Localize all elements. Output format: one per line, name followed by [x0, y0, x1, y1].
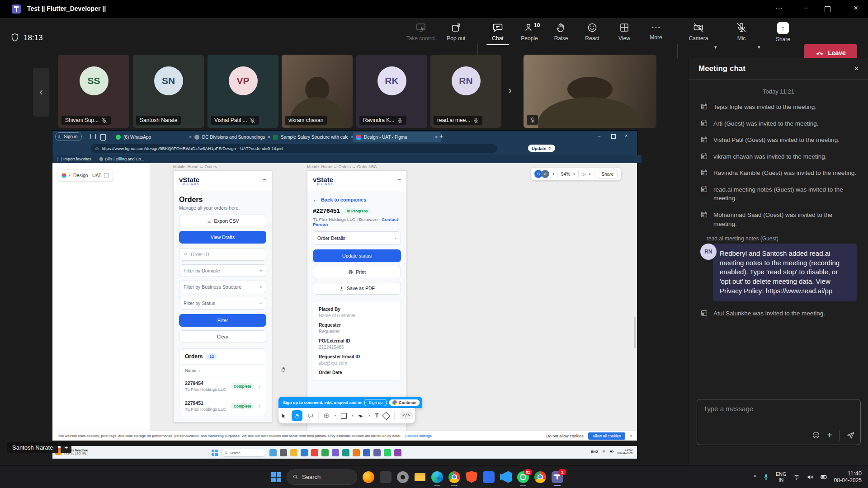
hamburger-menu-icon[interactable]: ≡: [263, 177, 266, 184]
update-status-button[interactable]: Update status: [313, 249, 401, 262]
print-button[interactable]: Print: [313, 266, 401, 278]
browser-tab[interactable]: (6) WhatsApp ×: [112, 132, 195, 142]
filter-button[interactable]: Filter: [179, 314, 266, 327]
cookie-close-icon[interactable]: ×: [630, 433, 632, 438]
chat-message[interactable]: RN Redberyl and Santosh added read.ai me…: [700, 244, 857, 301]
frame-tool-icon[interactable]: [324, 413, 329, 418]
figma-canvas[interactable]: ▾ Design - UAT S A ▾ 94% ▾ ▷ ▾ Share Mob…: [52, 163, 637, 431]
taskbar-app-icon[interactable]: [280, 449, 287, 456]
google-continue-button[interactable]: Continue: [389, 399, 420, 406]
titlebar-more-icon[interactable]: ⋯: [769, 4, 789, 12]
mic-button[interactable]: Mic: [722, 22, 760, 42]
minimize-button[interactable]: –: [796, 4, 816, 12]
teams-icon[interactable]: 1: [552, 471, 563, 483]
shared-start-button[interactable]: [212, 450, 218, 456]
start-button[interactable]: [271, 472, 281, 482]
text-tool-icon[interactable]: T: [375, 413, 378, 419]
design-frame-order-detail[interactable]: vState FILINGS ≡ ← Back to companies #22…: [307, 170, 407, 431]
deny-cookies-button[interactable]: Do not allow cookies: [546, 434, 584, 438]
tray-expand-caret[interactable]: ^: [754, 474, 756, 480]
taskbar-app-icon[interactable]: [311, 449, 318, 456]
chevron-down-icon[interactable]: ▾: [573, 172, 575, 176]
settings-gear-icon[interactable]: [397, 471, 409, 483]
taskbar-app-icon[interactable]: [342, 449, 349, 456]
frame-label[interactable]: Mobile: Home → Orders → Order ABC: [307, 164, 377, 169]
export-csv-button[interactable]: Export CSV: [179, 215, 266, 227]
attach-plus-icon[interactable]: +: [827, 431, 832, 439]
workspaces-icon[interactable]: [90, 134, 96, 139]
browser-minimize-icon[interactable]: –: [598, 133, 600, 138]
participant-tile[interactable]: SS Shivani Sup...: [58, 55, 129, 128]
clock[interactable]: 11:40 08-04-2025: [834, 470, 862, 484]
browser-restore-icon[interactable]: [611, 134, 616, 139]
favorites-bar-item[interactable]: Bills | Billing and Co...: [99, 157, 144, 161]
taskbar-app-icon[interactable]: [332, 449, 339, 456]
participant-tile[interactable]: SN Santosh Narate: [133, 55, 204, 128]
tab-actions-icon[interactable]: [100, 134, 106, 141]
mic-in-use-icon[interactable]: [763, 474, 769, 480]
present-play-icon[interactable]: ▷: [582, 171, 585, 177]
app-icon[interactable]: [380, 471, 392, 483]
browser-close-icon[interactable]: ×: [625, 133, 627, 138]
taskbar-app-icon[interactable]: [394, 449, 401, 456]
browser-tab-active[interactable]: Design - UAT - Figma ×: [353, 132, 441, 142]
back-to-companies-link[interactable]: ← Back to companies: [313, 197, 401, 203]
filter-domicile-select[interactable]: Filter by Domicile▾: [179, 264, 266, 277]
canvas-scrollbar[interactable]: [634, 317, 636, 348]
taskbar-app-icon[interactable]: [290, 449, 297, 456]
move-tool-icon[interactable]: [281, 413, 287, 419]
taskbar-app-icon[interactable]: [384, 449, 391, 456]
new-tab-button[interactable]: +: [439, 132, 443, 140]
tab-close-icon[interactable]: ×: [435, 135, 438, 140]
wifi-icon[interactable]: [793, 474, 800, 481]
chevron-down-icon[interactable]: ▾: [334, 414, 336, 418]
taskbar-app-icon[interactable]: [363, 449, 370, 456]
order-row[interactable]: 2279454 TL Flex Holdings LLC Complete ›: [179, 376, 266, 396]
browser-tab[interactable]: Sample Salary Structure with calc ×: [269, 132, 357, 142]
chevron-down-icon[interactable]: ▾: [552, 172, 554, 176]
volume-icon[interactable]: [807, 474, 814, 481]
participant-tile[interactable]: RK Ravindra K...: [356, 55, 427, 128]
participant-tile[interactable]: VP Vishal Patil ...: [208, 55, 278, 128]
camera-button[interactable]: Camera: [679, 22, 717, 42]
emoji-icon[interactable]: [812, 431, 820, 439]
taskbar-app-icon[interactable]: [321, 449, 329, 456]
camera-options-chevron[interactable]: ▾: [714, 44, 717, 50]
chevron-down-icon[interactable]: ▾: [368, 414, 370, 418]
comment-tool-icon[interactable]: [307, 413, 313, 419]
order-row[interactable]: 2279451 TL Flex Holdings LLC Complete ›: [179, 396, 266, 416]
browser-tab[interactable]: DC Divisions and Surroundings ×: [191, 132, 274, 142]
edge-icon[interactable]: [431, 471, 443, 483]
chat-close-icon[interactable]: ×: [854, 65, 859, 73]
close-button[interactable]: ×: [849, 4, 863, 13]
taskbar-app-icon[interactable]: [269, 449, 277, 456]
browser-signin-button[interactable]: Sign in: [55, 132, 82, 141]
order-details-select[interactable]: Order Details ▾: [313, 231, 401, 245]
pop-out-button[interactable]: Pop out: [437, 22, 475, 42]
share-button[interactable]: ↑ Share: [764, 22, 802, 42]
clear-button[interactable]: Clear: [179, 330, 266, 343]
presenter-pin-button[interactable]: +: [61, 442, 71, 453]
vscode-icon[interactable]: [500, 471, 512, 483]
chevron-down-icon[interactable]: ▾: [352, 414, 354, 418]
filmstrip-scroll-right-button[interactable]: ›: [508, 84, 512, 97]
list-header-row[interactable]: Name ↓: [179, 364, 266, 376]
figma-share-button[interactable]: Share: [598, 170, 618, 178]
spotlight-participant-tile[interactable]: [524, 55, 656, 128]
chrome-icon[interactable]: [448, 471, 460, 483]
language-indicator[interactable]: ENG IN: [776, 471, 787, 483]
brave-icon[interactable]: [466, 471, 477, 483]
frame-label[interactable]: Mobile: Home → Orders: [173, 164, 217, 169]
signup-button[interactable]: Sign up: [364, 399, 387, 406]
save-as-pdf-button[interactable]: Save as PDF: [313, 282, 401, 295]
mic-options-chevron[interactable]: ▾: [758, 44, 760, 50]
browser-update-button[interactable]: Update ↻: [528, 145, 555, 152]
whatsapp-icon[interactable]: 81: [517, 471, 529, 483]
figma-file-chip[interactable]: ▾ Design - UAT: [58, 169, 113, 181]
cookies-settings-link[interactable]: Cookies settings: [405, 434, 432, 438]
components-tool-icon[interactable]: [382, 412, 391, 420]
app-icon[interactable]: [483, 471, 495, 483]
view-drafts-button[interactable]: View Drafts: [179, 231, 266, 244]
chevron-down-icon[interactable]: ▾: [589, 172, 591, 176]
participant-tile[interactable]: RN read.ai mee...: [430, 55, 501, 128]
